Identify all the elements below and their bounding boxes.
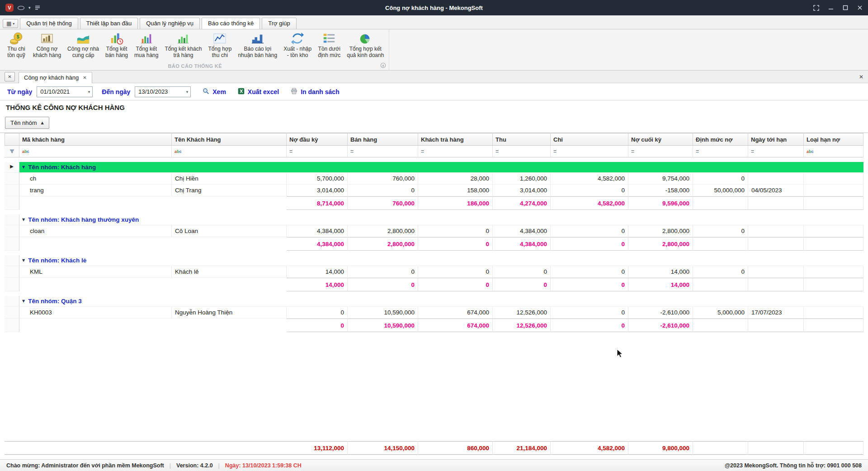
cell-value[interactable] [748, 173, 804, 185]
filter-cell[interactable]: abc [19, 146, 172, 157]
cell-customer-name[interactable]: Khách lẻ [172, 266, 287, 278]
group-label[interactable]: ▼Tên nhóm: Khách hàng [19, 162, 863, 173]
cell-value[interactable]: 28,000 [418, 173, 493, 185]
cell-value[interactable]: 17/07/2023 [748, 307, 804, 319]
chevron-down-icon[interactable]: ▾ [186, 90, 189, 94]
cell-value[interactable]: 4,582,000 [551, 173, 628, 185]
cell-value[interactable]: 50,000,000 [693, 185, 748, 196]
ribbon-button[interactable]: Tổng hợp thu chi [205, 30, 235, 60]
column-header[interactable]: Định mức nợ [693, 133, 748, 146]
cell-value[interactable]: 760,000 [348, 173, 418, 185]
maximize-icon[interactable] [843, 5, 848, 10]
app-logo-icon[interactable]: V [5, 4, 14, 12]
filter-cell[interactable]: = [628, 146, 693, 157]
cell-value[interactable]: 0 [693, 225, 748, 237]
data-row[interactable]: KMLKhách lẻ14,000000014,0000 [5, 266, 863, 278]
group-header-row[interactable]: ▶▼Tên nhóm: Khách hàng [5, 162, 863, 173]
data-row[interactable]: cloanCô Loan4,384,0002,800,00004,384,000… [5, 225, 863, 237]
ribbon-button[interactable]: Tổng hợp kết quả kinh doanh [344, 30, 387, 60]
cell-value[interactable] [804, 225, 863, 237]
ribbon-tab-item[interactable]: Quản lý nghiệp vụ [140, 18, 200, 29]
cell-value[interactable]: 0 [551, 225, 628, 237]
cell-customer-code[interactable]: ch [19, 173, 172, 185]
data-row[interactable]: chChị Hiền5,700,000760,00028,0001,260,00… [5, 173, 863, 185]
ribbon-button[interactable]: Tổng kết khách trả hàng [161, 30, 205, 60]
cell-value[interactable]: 0 [418, 266, 493, 278]
cell-value[interactable]: 0 [418, 225, 493, 237]
cell-value[interactable]: 0 [693, 173, 748, 185]
filter-cell[interactable]: abc [172, 146, 287, 157]
group-header-row[interactable]: ▼Tên nhóm: Khách lẻ [5, 255, 863, 266]
filter-cell[interactable]: = [418, 146, 493, 157]
cell-value[interactable]: 5,700,000 [287, 173, 348, 185]
cell-value[interactable] [804, 173, 863, 185]
export-excel-button[interactable]: Xuất excel [238, 88, 279, 96]
cell-value[interactable]: 12,526,000 [493, 307, 551, 319]
ribbon-button[interactable]: Tổng kết bán hàng [102, 30, 131, 60]
cell-value[interactable]: 0 [551, 307, 628, 319]
data-row[interactable]: KH0003Nguyễn Hoàng Thiện010,590,000674,0… [5, 307, 863, 319]
group-label[interactable]: ▼Tên nhóm: Khách hàng thường xuyên [19, 214, 863, 225]
group-by-pill[interactable]: Tên nhóm ▲ [5, 117, 49, 129]
column-header[interactable]: Chi [551, 133, 628, 146]
cell-value[interactable]: 9,754,000 [628, 173, 693, 185]
column-header[interactable]: Khách trả hàng [418, 133, 493, 146]
filter-cell[interactable]: = [748, 146, 804, 157]
document-tab[interactable]: Công nợ khách hàng ✕ [19, 72, 92, 83]
column-header[interactable]: Tên Khách Hàng [172, 133, 287, 146]
cell-value[interactable]: 10,590,000 [348, 307, 418, 319]
collapse-icon[interactable]: ▼ [22, 218, 25, 222]
group-header-row[interactable]: ▼Tên nhóm: Quận 3 [5, 296, 863, 307]
ribbon-button[interactable]: Xuất - nhập - tồn kho [280, 30, 315, 60]
from-date-input[interactable]: 01/10/2021 ▾ [37, 86, 93, 97]
cell-customer-code[interactable]: cloan [19, 225, 172, 237]
cell-value[interactable]: 0 [493, 266, 551, 278]
cell-value[interactable]: 3,014,000 [287, 185, 348, 196]
cell-value[interactable]: 4,384,000 [493, 225, 551, 237]
cell-value[interactable]: 0 [551, 185, 628, 196]
oval-icon[interactable] [18, 6, 24, 10]
cell-value[interactable]: 1,260,000 [493, 173, 551, 185]
print-list-button[interactable]: In danh sách [291, 88, 340, 96]
group-dialog-launcher-icon[interactable] [380, 62, 386, 68]
ribbon-tab-active[interactable]: Báo cáo thống kê [202, 18, 260, 29]
column-header[interactable]: Thu [493, 133, 551, 146]
cell-value[interactable] [748, 225, 804, 237]
cell-customer-name[interactable]: Cô Loan [172, 225, 287, 237]
filter-cell[interactable]: = [551, 146, 628, 157]
cell-value[interactable]: 2,800,000 [348, 225, 418, 237]
cell-value[interactable]: 14,000 [287, 266, 348, 278]
tab-close-icon[interactable]: ✕ [83, 75, 86, 80]
cell-value[interactable]: 0 [348, 185, 418, 196]
column-header[interactable]: Nợ đầu kỳ [287, 133, 348, 146]
ribbon-button[interactable]: Tồn dưới định mức [315, 30, 344, 60]
tabbar-close-icon[interactable]: ✕ [859, 74, 863, 80]
cell-value[interactable] [804, 307, 863, 319]
column-header[interactable]: Mã khách hàng [19, 133, 172, 146]
column-header[interactable]: Loại hạn nợ [804, 133, 863, 146]
group-label[interactable]: ▼Tên nhóm: Quận 3 [19, 296, 863, 307]
cell-value[interactable]: 2,800,000 [628, 225, 693, 237]
chevron-down-icon[interactable]: ▾ [88, 90, 90, 94]
cell-value[interactable]: 0 [287, 307, 348, 319]
ribbon-button[interactable]: Công nợ khách hàng [30, 30, 64, 60]
cell-value[interactable]: 3,014,000 [493, 185, 551, 196]
close-all-tabs-button[interactable]: ✕ [5, 72, 15, 81]
collapse-icon[interactable]: ▼ [22, 299, 25, 303]
cell-value[interactable]: -158,000 [628, 185, 693, 196]
cell-value[interactable]: 5,000,000 [693, 307, 748, 319]
cell-value[interactable]: 04/05/2023 [748, 185, 804, 196]
cell-value[interactable]: 158,000 [418, 185, 493, 196]
ribbon-button[interactable]: Báo cáo lợi nhuận bán hàng [235, 30, 280, 60]
ribbon-button[interactable]: Công nợ nhà cung cấp [64, 30, 102, 60]
filter-cell[interactable]: = [493, 146, 551, 157]
cell-customer-name[interactable]: Nguyễn Hoàng Thiện [172, 307, 287, 319]
cell-value[interactable]: 4,384,000 [287, 225, 348, 237]
cell-customer-code[interactable]: KH0003 [19, 307, 172, 319]
data-row[interactable]: trangChị Trang3,014,0000158,0003,014,000… [5, 185, 863, 196]
column-header[interactable]: Bán hàng [348, 133, 418, 146]
filter-cell[interactable]: = [287, 146, 348, 157]
dropdown-caret-icon[interactable]: ▾ [28, 5, 31, 10]
to-date-input[interactable]: 13/10/2023 ▾ [135, 86, 191, 97]
fullscreen-icon[interactable] [813, 5, 819, 11]
